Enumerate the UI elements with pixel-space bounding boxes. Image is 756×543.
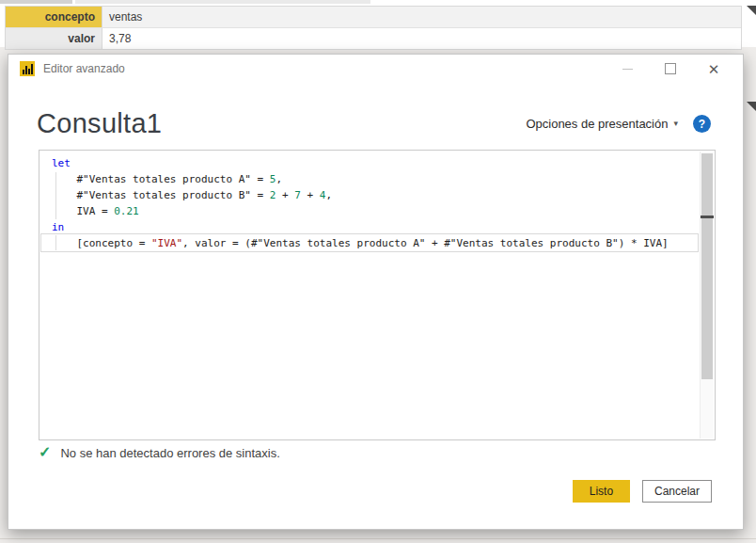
code-line[interactable]: let (52, 155, 700, 171)
background-fragment (0, 0, 72, 4)
code-line[interactable]: in (52, 219, 700, 235)
code-editor[interactable]: let #"Ventas totales producto A" = 5, #"… (39, 150, 716, 440)
background-fragment (75, 0, 370, 4)
dialog-footer: Listo Cancelar (573, 480, 712, 503)
dialog-titlebar: Editor avanzado ✕ (8, 55, 743, 83)
maximize-button[interactable] (649, 55, 692, 83)
code-line[interactable]: #"Ventas totales producto B" = 2 + 7 + 4… (52, 187, 700, 203)
code-line[interactable]: IVA = 0.21 (52, 203, 700, 219)
checkmark-icon: ✓ (39, 445, 51, 460)
screen: conceptoventasvalor3,78 Editor avanzado … (0, 0, 756, 543)
scrollbar-cursor-marker (701, 216, 714, 218)
window-controls: ✕ (606, 55, 735, 83)
record-field-label[interactable]: concepto (6, 7, 102, 27)
advanced-editor-dialog: Editor avanzado ✕ Consulta1 Opciones de … (8, 54, 744, 530)
code-line-current[interactable]: [concepto = "IVA", valor = (#"Ventas tot… (52, 235, 700, 251)
syntax-status-text: No se han detectado errores de sintaxis. (60, 446, 279, 460)
code-lines[interactable]: let #"Ventas totales producto A" = 5, #"… (39, 155, 700, 251)
close-icon: ✕ (708, 62, 720, 76)
scrollbar-thumb[interactable] (701, 153, 713, 379)
cancel-button[interactable]: Cancelar (642, 480, 712, 503)
maximize-icon (665, 63, 676, 74)
syntax-status: ✓ No se han detectado errores de sintaxi… (39, 442, 280, 463)
help-button[interactable]: ? (693, 115, 711, 133)
minimize-icon (622, 69, 633, 70)
header-actions: Opciones de presentación▾ ? (526, 115, 711, 137)
powerbi-logo-icon (20, 61, 35, 76)
record-row[interactable]: conceptoventas (6, 7, 741, 27)
code-line[interactable]: #"Ventas totales producto A" = 5, (52, 171, 700, 187)
record-row[interactable]: valor3,78 (6, 27, 741, 49)
editor-scrollbar[interactable] (700, 152, 714, 439)
record-field-value[interactable]: ventas (102, 7, 741, 27)
background-divider (0, 538, 756, 539)
record-table: conceptoventasvalor3,78 (5, 6, 742, 50)
dialog-title: Editor avanzado (43, 62, 125, 75)
dialog-header: Consulta1 Opciones de presentación▾ ? (37, 96, 711, 137)
query-name-heading: Consulta1 (37, 110, 162, 137)
close-button[interactable]: ✕ (692, 55, 735, 83)
scroll-arrow-icon[interactable] (747, 102, 756, 111)
display-options-label: Opciones de presentación (526, 117, 668, 131)
record-field-value[interactable]: 3,78 (102, 28, 741, 49)
display-options-dropdown[interactable]: Opciones de presentación▾ (526, 117, 678, 131)
chevron-down-icon: ▾ (673, 119, 678, 128)
done-button[interactable]: Listo (573, 480, 630, 503)
minimize-button[interactable] (606, 55, 649, 83)
scroll-arrow-icon[interactable] (747, 6, 756, 15)
record-field-label[interactable]: valor (6, 28, 102, 49)
